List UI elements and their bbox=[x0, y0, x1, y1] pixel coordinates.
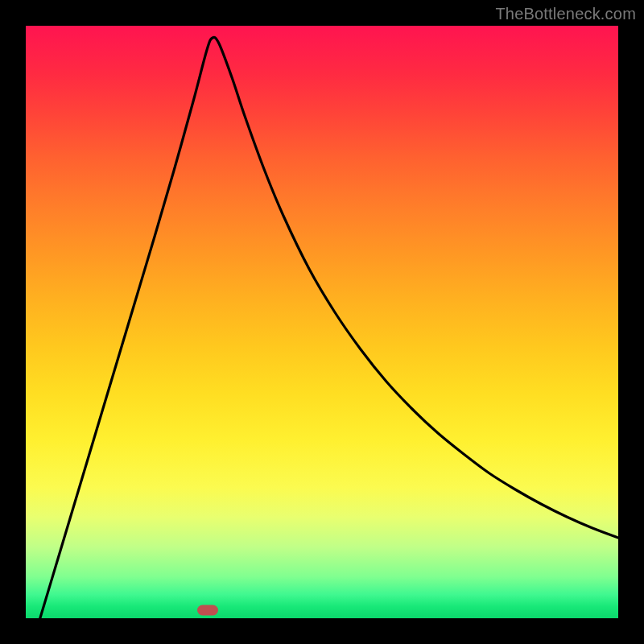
curve-svg bbox=[26, 26, 618, 618]
chart-frame: TheBottleneck.com bbox=[0, 0, 644, 644]
watermark-text: TheBottleneck.com bbox=[495, 5, 636, 23]
bottleneck-curve bbox=[39, 37, 618, 623]
optimal-point-marker bbox=[197, 605, 218, 616]
plot-area bbox=[26, 26, 618, 618]
